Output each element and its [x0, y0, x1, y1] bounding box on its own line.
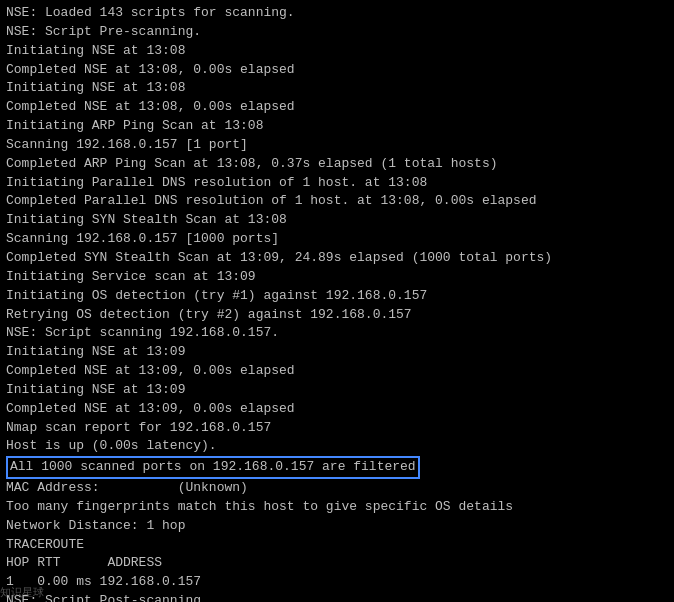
terminal-line: TRACEROUTE — [6, 536, 668, 555]
terminal-line: MAC Address: (Unknown) — [6, 479, 668, 498]
watermark: 知识星球 — [0, 586, 44, 602]
terminal-line: Completed NSE at 13:09, 0.00s elapsed — [6, 362, 668, 381]
terminal-line: Host is up (0.00s latency). — [6, 437, 668, 456]
terminal-line: Initiating SYN Stealth Scan at 13:08 — [6, 211, 668, 230]
terminal-line: Completed Parallel DNS resolution of 1 h… — [6, 192, 668, 211]
terminal-line: Initiating Parallel DNS resolution of 1 … — [6, 174, 668, 193]
terminal-line: NSE: Script Post-scanning. — [6, 592, 668, 602]
terminal-line: Initiating OS detection (try #1) against… — [6, 287, 668, 306]
terminal-line: Too many fingerprints match this host to… — [6, 498, 668, 517]
terminal-content: NSE: Loaded 143 scripts for scanning.NSE… — [6, 4, 668, 602]
terminal-line: Initiating NSE at 13:09 — [6, 381, 668, 400]
terminal-line: Retrying OS detection (try #2) against 1… — [6, 306, 668, 325]
terminal-line: 1 0.00 ms 192.168.0.157 — [6, 573, 668, 592]
terminal-line: Initiating NSE at 13:09 — [6, 343, 668, 362]
terminal-line: Completed NSE at 13:08, 0.00s elapsed — [6, 61, 668, 80]
terminal-line: HOP RTT ADDRESS — [6, 554, 668, 573]
terminal-line: Initiating NSE at 13:08 — [6, 42, 668, 61]
terminal-line: All 1000 scanned ports on 192.168.0.157 … — [6, 456, 668, 479]
terminal-window: NSE: Loaded 143 scripts for scanning.NSE… — [0, 0, 674, 602]
terminal-line: Scanning 192.168.0.157 [1000 ports] — [6, 230, 668, 249]
terminal-line: Completed NSE at 13:09, 0.00s elapsed — [6, 400, 668, 419]
terminal-line: Initiating NSE at 13:08 — [6, 79, 668, 98]
terminal-line: NSE: Script Pre-scanning. — [6, 23, 668, 42]
highlighted-text: All 1000 scanned ports on 192.168.0.157 … — [6, 456, 420, 479]
terminal-line: Completed NSE at 13:08, 0.00s elapsed — [6, 98, 668, 117]
terminal-line: Network Distance: 1 hop — [6, 517, 668, 536]
terminal-line: Initiating Service scan at 13:09 — [6, 268, 668, 287]
terminal-line: NSE: Script scanning 192.168.0.157. — [6, 324, 668, 343]
terminal-line: Initiating ARP Ping Scan at 13:08 — [6, 117, 668, 136]
terminal-line: NSE: Loaded 143 scripts for scanning. — [6, 4, 668, 23]
terminal-line: Nmap scan report for 192.168.0.157 — [6, 419, 668, 438]
terminal-line: Completed SYN Stealth Scan at 13:09, 24.… — [6, 249, 668, 268]
terminal-line: Scanning 192.168.0.157 [1 port] — [6, 136, 668, 155]
terminal-line: Completed ARP Ping Scan at 13:08, 0.37s … — [6, 155, 668, 174]
